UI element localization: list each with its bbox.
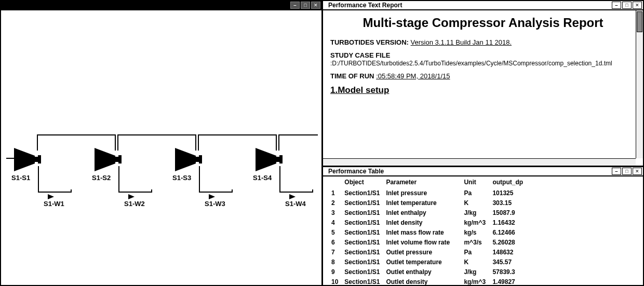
cell-value: 5.26028 — [489, 237, 643, 247]
stage-label: S1-S1 — [11, 174, 30, 182]
stage-label: S1-S4 — [253, 174, 272, 182]
cell-value: 6.12466 — [489, 227, 643, 237]
table-row[interactable]: 9Section1/S1Outlet enthalpyJ/kg57839.3 — [328, 267, 643, 277]
table-row[interactable]: 1Section1/S1Inlet pressurePa101325 — [328, 188, 643, 198]
flow-label: S1-W1 — [44, 200, 64, 208]
minimize-button[interactable]: ‒ — [612, 168, 621, 175]
cell-object: Section1/S1 — [341, 247, 383, 257]
cell-unit: Pa — [461, 247, 489, 257]
report-window: Performance Text Report ‒ □ ✕ Multi-stag… — [323, 1, 643, 167]
cell-object: Section1/S1 — [341, 217, 383, 227]
report-scrollbar-horizontal[interactable] — [323, 158, 636, 166]
cell-unit: K — [461, 257, 489, 267]
table-row[interactable]: 6Section1/S1Inlet volume flow ratem^3/s5… — [328, 237, 643, 247]
cell-unit: Pa — [461, 188, 489, 198]
table-row[interactable]: 4Section1/S1Inlet densitykg/m^31.16432 — [328, 217, 643, 227]
performance-table-body: Object Parameter Unit output_dp 1Section… — [323, 176, 643, 285]
case-file-value: :D:/TURBOTIDES/turbotides2.5.4/TurboTide… — [330, 60, 612, 67]
cell-unit: J/kg — [461, 208, 489, 217]
table-row[interactable]: 8Section1/S1Outlet temperatureK345.57 — [328, 257, 643, 267]
report-scrollbar-vertical[interactable] — [636, 10, 643, 158]
stage-label: S1-S3 — [172, 174, 191, 182]
cell-unit: kg/s — [461, 227, 489, 237]
diagram-titlebar: ‒ □ ✕ — [1, 1, 321, 10]
compressor-icon — [14, 148, 35, 171]
cell-value: 345.57 — [489, 257, 643, 267]
maximize-button[interactable]: □ — [622, 168, 632, 175]
version-value: Version 3.1.11 Build Jan 11 2018. — [411, 38, 512, 46]
svg-rect-0 — [35, 157, 38, 162]
compressor-diagram: S1-S1 S1-S2 S1-S3 S1-S4 S1-W1 S1-W2 S1-W… — [1, 10, 321, 285]
svg-rect-3 — [118, 155, 122, 164]
table-row[interactable]: 10Section1/S1Outlet densitykg/m^31.49827 — [328, 277, 643, 285]
cell-unit: K — [461, 198, 489, 208]
col-unit: Unit — [461, 178, 489, 188]
flow-arrow-icon — [48, 194, 54, 199]
col-parameter: Parameter — [383, 178, 461, 188]
performance-table: Object Parameter Unit output_dp 1Section… — [328, 178, 643, 285]
cell-parameter: Inlet volume flow rate — [383, 237, 461, 247]
close-button[interactable]: ✕ — [633, 168, 642, 175]
cell-object: Section1/S1 — [341, 198, 383, 208]
cell-value: 303.15 — [489, 198, 643, 208]
svg-rect-2 — [115, 157, 118, 162]
close-button[interactable]: ✕ — [633, 2, 642, 9]
close-button[interactable]: ✕ — [311, 2, 320, 9]
cell-unit: kg/m^3 — [461, 277, 489, 285]
cell-object: Section1/S1 — [341, 277, 383, 285]
minimize-button[interactable]: ‒ — [612, 2, 621, 9]
cell-object: Section1/S1 — [341, 267, 383, 277]
table-row[interactable]: 2Section1/S1Inlet temperatureK303.15 — [328, 198, 643, 208]
row-index: 10 — [328, 277, 341, 285]
cell-parameter: Outlet density — [383, 277, 461, 285]
cell-parameter: Inlet mass flow rate — [383, 227, 461, 237]
report-heading: Multi-stage Compressor Analysis Report — [330, 16, 636, 30]
row-index: 3 — [328, 208, 341, 217]
time-of-run-value: :05:58:49 PM, 2018/1/15 — [376, 72, 450, 80]
minimize-button[interactable]: ‒ — [290, 2, 300, 9]
svg-rect-5 — [199, 155, 202, 164]
row-index: 2 — [328, 198, 341, 208]
cell-object: Section1/S1 — [341, 208, 383, 217]
section-heading: 1.Model setup — [330, 85, 636, 96]
svg-rect-1 — [38, 155, 41, 164]
cell-value: 57839.3 — [489, 267, 643, 277]
cell-value: 148632 — [489, 247, 643, 257]
cell-value: 1.16432 — [489, 217, 643, 227]
flow-label: S1-W2 — [124, 200, 145, 208]
scrollbar-thumb[interactable] — [637, 11, 642, 32]
time-of-run-label: TIME OF RUN — [330, 72, 374, 80]
report-titlebar: Performance Text Report ‒ □ ✕ — [323, 1, 643, 10]
flow-label: S1-W3 — [205, 200, 225, 208]
row-index: 6 — [328, 237, 341, 247]
col-output: output_dp — [489, 178, 643, 188]
table-row[interactable]: 3Section1/S1Inlet enthalpyJ/kg15087.9 — [328, 208, 643, 217]
compressor-icon — [175, 148, 196, 171]
cell-parameter: Outlet enthalpy — [383, 267, 461, 277]
cell-unit: m^3/s — [461, 237, 489, 247]
table-row[interactable]: 7Section1/S1Outlet pressurePa148632 — [328, 247, 643, 257]
table-window: Performance Table ‒ □ ✕ Object Parameter… — [323, 167, 643, 285]
report-window-title: Performance Text Report — [325, 2, 402, 9]
row-index: 9 — [328, 267, 341, 277]
maximize-button[interactable]: □ — [301, 2, 310, 9]
cell-value: 1.49827 — [489, 277, 643, 285]
cell-unit: J/kg — [461, 267, 489, 277]
diagram-window: ‒ □ ✕ — [1, 1, 323, 285]
compressor-icon — [256, 148, 276, 171]
row-index: 1 — [328, 188, 341, 198]
cell-parameter: Outlet pressure — [383, 247, 461, 257]
cell-parameter: Inlet temperature — [383, 198, 461, 208]
table-row[interactable]: 5Section1/S1Inlet mass flow ratekg/s6.12… — [328, 227, 643, 237]
compressor-icon — [95, 148, 115, 171]
table-window-title: Performance Table — [325, 168, 384, 175]
row-index: 8 — [328, 257, 341, 267]
stage-label: S1-S2 — [92, 174, 111, 182]
row-index: 4 — [328, 217, 341, 227]
table-header-row: Object Parameter Unit output_dp — [328, 178, 643, 188]
cell-object: Section1/S1 — [341, 237, 383, 247]
svg-rect-7 — [279, 155, 283, 164]
cell-parameter: Inlet pressure — [383, 188, 461, 198]
row-index: 7 — [328, 247, 341, 257]
maximize-button[interactable]: □ — [622, 2, 632, 9]
